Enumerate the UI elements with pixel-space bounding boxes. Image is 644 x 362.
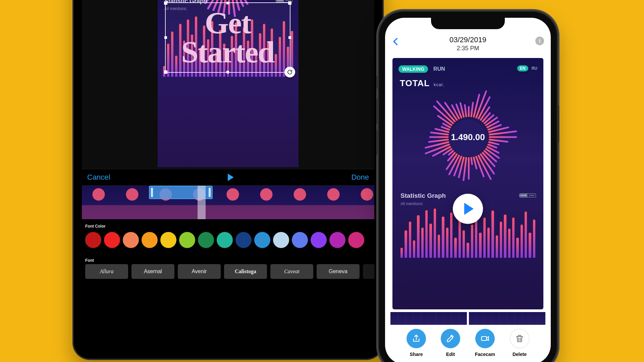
language-toggle: EN RU: [517, 65, 537, 71]
rotate-icon: [287, 69, 293, 75]
resize-handle-left[interactable]: [164, 36, 167, 39]
cancel-button[interactable]: Cancel: [87, 173, 110, 182]
color-swatch[interactable]: [273, 232, 289, 248]
done-button[interactable]: Done: [351, 173, 369, 182]
delete-label: Delete: [513, 352, 527, 357]
ipad-device: Statistic Graph All mentions: month week…: [74, 0, 382, 359]
color-swatch[interactable]: [85, 232, 101, 248]
play-icon: [464, 203, 474, 215]
recording-date: 03/29/2019: [449, 36, 486, 44]
color-swatch[interactable]: [292, 232, 308, 248]
share-button[interactable]: Share: [407, 329, 426, 357]
font-color-label: Font Color: [85, 224, 106, 229]
color-swatch[interactable]: [104, 232, 120, 248]
total-unit: kcal.: [434, 82, 444, 87]
range-toggle-month[interactable]: month: [276, 0, 284, 2]
color-swatch[interactable]: [329, 232, 345, 248]
recording-header: 03/29/2019 2:35 PM i: [385, 33, 551, 54]
trash-icon: [515, 334, 524, 343]
timeline-playhead[interactable]: [198, 186, 206, 219]
font-option-allura[interactable]: Allura: [85, 264, 128, 279]
tab-run[interactable]: RUN: [433, 66, 445, 72]
total-text: TOTAL: [400, 78, 430, 88]
video-timeline[interactable]: [82, 186, 374, 219]
resize-handle-bl[interactable]: [164, 70, 167, 74]
iphone-screen: 03/29/2019 2:35 PM i WALKING RUN EN RU T…: [385, 18, 551, 362]
svg-rect-0: [482, 337, 487, 341]
range-toggle-month[interactable]: month: [520, 194, 528, 197]
tab-walking[interactable]: WALKING: [398, 65, 428, 73]
chevron-left-icon: [391, 37, 400, 46]
color-swatch[interactable]: [348, 232, 364, 248]
video-canvas[interactable]: Statistic Graph All mentions: month week…: [158, 0, 299, 167]
info-button[interactable]: i: [535, 37, 544, 45]
color-swatch[interactable]: [235, 232, 252, 248]
color-swatch[interactable]: [179, 232, 195, 248]
edit-button[interactable]: Edit: [441, 329, 460, 357]
lang-ru[interactable]: RU: [532, 66, 537, 71]
range-toggle[interactable]: month week: [519, 193, 536, 197]
volume-up-button: [377, 99, 379, 124]
resize-handle-top[interactable]: [226, 2, 229, 4]
play-button[interactable]: [453, 194, 483, 224]
iphone-device: 03/29/2019 2:35 PM i WALKING RUN EN RU T…: [379, 12, 557, 362]
color-swatch[interactable]: [254, 232, 270, 248]
share-label: Share: [410, 352, 423, 357]
action-row: Share Edit Facecam Delete: [385, 329, 551, 357]
delete-button[interactable]: Delete: [510, 329, 529, 357]
font-option-caveat[interactable]: Caveat: [270, 264, 313, 279]
stat-graph-title: Statistic Graph: [400, 192, 446, 199]
rotate-handle[interactable]: [284, 67, 295, 77]
notch: [431, 18, 505, 29]
total-label: TOTAL kcal.: [400, 78, 444, 88]
clip-thumbnail-strip[interactable]: [390, 312, 545, 325]
stat-graph-subtitle: All mentions:: [400, 201, 424, 206]
color-swatch[interactable]: [217, 232, 233, 248]
font-picker-row: AlluraAsernalAvenirCalistogaCaveatGeneva…: [84, 264, 374, 282]
recording-time: 2:35 PM: [449, 45, 486, 52]
color-swatch[interactable]: [142, 232, 158, 248]
color-swatch[interactable]: [160, 232, 176, 248]
edit-label: Edit: [446, 352, 455, 357]
color-swatch[interactable]: [123, 232, 139, 248]
resize-handle-tr[interactable]: [288, 1, 291, 5]
header-title: 03/29/2019 2:35 PM: [449, 36, 486, 52]
lang-en[interactable]: EN: [517, 65, 528, 71]
facecam-label: Facecam: [475, 352, 495, 357]
mute-switch: [377, 75, 379, 89]
editor-toolbar: Cancel Done: [82, 169, 374, 186]
back-button[interactable]: [391, 36, 400, 49]
font-label: Font: [85, 258, 94, 263]
color-swatch[interactable]: [198, 232, 214, 248]
total-value: 1.490.00: [446, 115, 490, 159]
resize-handle-tl[interactable]: [164, 1, 167, 5]
font-option-hept[interactable]: Hept: [363, 264, 374, 279]
range-toggle-week[interactable]: week: [528, 194, 536, 197]
font-option-asernal[interactable]: Asernal: [131, 264, 174, 279]
side-button: [557, 106, 559, 142]
resize-handle-bottom[interactable]: [226, 71, 229, 73]
font-option-calistoga[interactable]: Calistoga: [224, 264, 267, 279]
font-option-avenir[interactable]: Avenir: [178, 264, 221, 279]
font-color-row: [84, 230, 374, 250]
facecam-button[interactable]: Facecam: [475, 329, 495, 357]
ipad-screen: Statistic Graph All mentions: month week…: [82, 0, 374, 351]
text-overlay-selection[interactable]: Get Started: [165, 2, 290, 73]
play-button[interactable]: [228, 174, 234, 181]
resize-handle-right[interactable]: [288, 36, 291, 39]
share-icon: [412, 334, 421, 343]
volume-down-button: [377, 130, 379, 155]
recording-preview[interactable]: WALKING RUN EN RU TOTAL kcal. 1.490.00 S…: [392, 58, 543, 309]
font-option-geneva[interactable]: Geneva: [317, 264, 360, 279]
video-editor-canvas-area: Statistic Graph All mentions: month week…: [82, 0, 374, 169]
activity-tabs: WALKING RUN: [398, 65, 445, 73]
edit-icon: [446, 334, 455, 343]
overlay-text[interactable]: Get Started: [166, 3, 290, 72]
facecam-icon: [480, 334, 490, 343]
color-swatch[interactable]: [311, 232, 327, 248]
